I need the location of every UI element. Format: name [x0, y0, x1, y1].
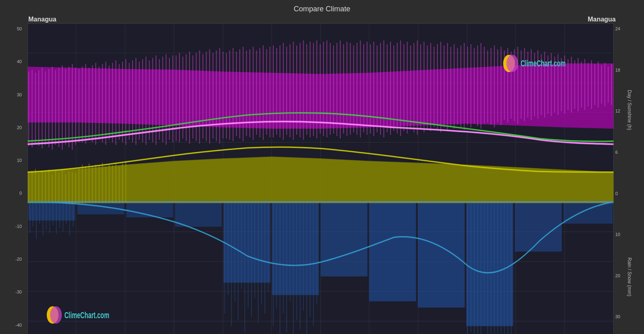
svg-rect-66 — [276, 202, 277, 308]
svg-rect-241 — [417, 40, 418, 135]
svg-rect-151 — [116, 60, 116, 145]
svg-rect-192 — [253, 47, 253, 140]
svg-rect-293 — [591, 60, 592, 109]
svg-rect-51 — [224, 202, 225, 314]
svg-rect-245 — [430, 43, 431, 131]
svg-rect-183 — [223, 52, 224, 139]
svg-rect-144 — [92, 65, 93, 142]
svg-rect-170 — [179, 53, 180, 143]
svg-rect-287 — [571, 57, 572, 113]
svg-rect-215 — [330, 43, 331, 135]
svg-rect-122 — [119, 166, 120, 203]
svg-rect-109 — [75, 173, 76, 203]
svg-rect-134 — [59, 68, 59, 147]
svg-rect-45 — [56, 202, 57, 234]
svg-rect-31 — [321, 202, 367, 277]
svg-rect-132 — [52, 66, 53, 150]
svg-rect-291 — [585, 59, 585, 110]
svg-rect-90 — [504, 202, 505, 334]
svg-rect-231 — [383, 40, 384, 137]
svg-rect-104 — [59, 173, 59, 203]
svg-rect-229 — [377, 45, 378, 132]
svg-rect-198 — [273, 45, 274, 137]
svg-rect-88 — [497, 202, 498, 334]
svg-rect-67 — [280, 202, 281, 334]
svg-rect-247 — [437, 44, 438, 130]
svg-rect-70 — [289, 202, 290, 301]
svg-rect-178 — [206, 52, 207, 141]
svg-rect-95 — [28, 172, 29, 203]
svg-rect-123 — [122, 164, 123, 203]
svg-rect-39 — [36, 202, 37, 239]
svg-rect-220 — [346, 42, 347, 136]
svg-rect-207 — [303, 40, 304, 140]
svg-rect-136 — [65, 69, 66, 145]
svg-rect-157 — [135, 58, 136, 145]
svg-rect-176 — [199, 50, 200, 143]
svg-rect-71 — [293, 202, 294, 334]
svg-text:ClimeChart.com: ClimeChart.com — [521, 58, 566, 68]
svg-rect-72 — [296, 202, 297, 320]
main-container: Compare Climate Managua Managua Temperat… — [0, 0, 644, 334]
svg-rect-175 — [196, 53, 196, 141]
svg-rect-265 — [497, 49, 498, 122]
svg-rect-56 — [241, 202, 242, 289]
svg-rect-255 — [464, 43, 465, 130]
svg-rect-167 — [169, 58, 170, 140]
svg-rect-179 — [209, 49, 210, 143]
svg-rect-295 — [598, 62, 599, 108]
svg-point-317 — [507, 55, 518, 72]
svg-rect-148 — [106, 62, 106, 145]
svg-rect-119 — [109, 164, 110, 203]
svg-rect-114 — [92, 167, 93, 203]
chart-area: Temperature °C 50 40 30 20 10 0 -10 -20 … — [4, 23, 640, 334]
svg-rect-60 — [254, 202, 255, 298]
y-axis-left-values: 50 40 30 20 10 0 -10 -20 -30 -40 -50 — [11, 23, 23, 334]
svg-rect-257 — [471, 44, 471, 128]
svg-rect-97 — [35, 169, 36, 203]
svg-rect-53 — [231, 202, 232, 326]
svg-rect-89 — [500, 202, 501, 334]
svg-rect-105 — [62, 170, 63, 203]
location-labels: Managua Managua — [0, 15, 644, 23]
svg-rect-111 — [82, 165, 83, 203]
svg-rect-48 — [66, 202, 67, 224]
svg-rect-288 — [574, 60, 575, 109]
svg-rect-225 — [363, 44, 364, 132]
y-axis-left-label: Temperature °C — [4, 23, 11, 334]
svg-rect-223 — [357, 43, 357, 135]
svg-rect-69 — [286, 202, 287, 332]
svg-rect-103 — [55, 171, 56, 203]
svg-rect-246 — [434, 47, 435, 127]
svg-rect-171 — [182, 57, 183, 138]
svg-rect-250 — [447, 43, 448, 130]
svg-rect-34 — [466, 202, 513, 326]
y-axis-right-container: 24 18 12 6 0 10 20 30 40 Day / Sunshine … — [614, 23, 640, 334]
svg-rect-44 — [53, 202, 53, 226]
svg-rect-141 — [82, 66, 83, 142]
svg-rect-118 — [106, 166, 106, 203]
svg-rect-298 — [608, 66, 609, 102]
svg-rect-237 — [403, 44, 404, 131]
svg-rect-234 — [393, 45, 394, 131]
svg-rect-33 — [418, 202, 465, 308]
svg-rect-84 — [484, 202, 485, 326]
svg-rect-143 — [89, 68, 89, 140]
svg-rect-145 — [95, 63, 96, 145]
svg-rect-120 — [112, 165, 113, 203]
svg-rect-239 — [410, 45, 411, 130]
svg-rect-156 — [132, 60, 133, 142]
svg-rect-200 — [280, 45, 281, 137]
svg-rect-224 — [360, 40, 361, 137]
svg-rect-106 — [65, 174, 66, 203]
svg-rect-226 — [367, 42, 367, 135]
svg-rect-75 — [306, 202, 307, 334]
svg-rect-228 — [374, 42, 374, 136]
svg-rect-146 — [99, 66, 99, 140]
svg-rect-211 — [317, 40, 317, 138]
svg-rect-30 — [272, 202, 319, 295]
svg-rect-121 — [116, 162, 116, 203]
svg-rect-25 — [28, 202, 75, 221]
svg-rect-181 — [216, 50, 217, 141]
svg-rect-49 — [70, 202, 70, 236]
